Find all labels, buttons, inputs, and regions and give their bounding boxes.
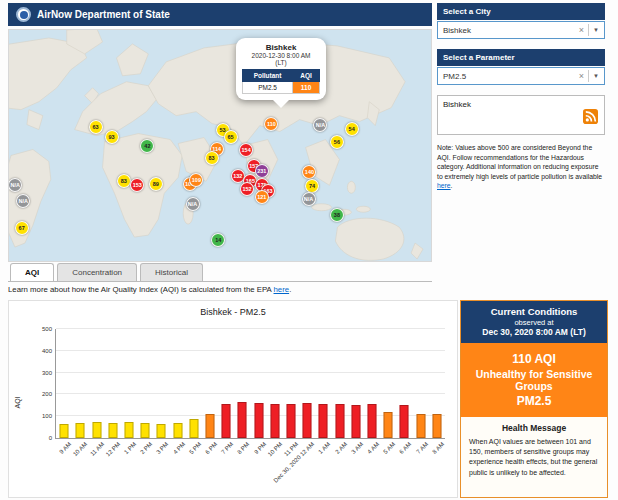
x-tick-label: 3 PM: [155, 441, 169, 455]
chevron-down-icon[interactable]: ▼: [593, 27, 599, 33]
select-divider: [588, 70, 589, 82]
popup-pollutant-header: Pollutant: [243, 70, 293, 82]
current-aqi-category: Unhealthy for Sensitive Groups: [469, 368, 599, 392]
current-conditions-header: Current Conditions observed at Dec 30, 2…: [461, 301, 607, 343]
health-message-title: Health Message: [469, 423, 599, 433]
aqi-marker[interactable]: 154: [239, 143, 253, 157]
aqi-marker[interactable]: N/A: [8, 178, 22, 192]
aqi-marker[interactable]: 67: [15, 221, 29, 235]
aqi-marker[interactable]: 54: [345, 122, 359, 136]
aqi-marker[interactable]: 83: [205, 151, 219, 165]
popup-timezone: (LT): [242, 59, 320, 66]
y-tick-label: 400: [42, 348, 52, 354]
aqi-marker[interactable]: N/A: [302, 192, 316, 206]
aqi-marker[interactable]: 93: [105, 130, 119, 144]
chart-bar: [189, 419, 198, 438]
aqi-marker[interactable]: 109: [189, 173, 203, 187]
x-tick-label: 8 AM: [431, 441, 445, 455]
chart-bar: [92, 422, 101, 438]
current-aqi-value: 110 AQI: [469, 352, 599, 366]
epa-here-link[interactable]: here: [274, 285, 290, 294]
chart-bar: [205, 414, 214, 438]
popup-city: Bishkek: [242, 43, 320, 52]
city-select[interactable]: Bishkek × ▼: [437, 21, 605, 39]
chart-y-axis-label: AQI: [14, 396, 21, 408]
x-tick-label: 7 PM: [220, 441, 234, 455]
aqi-marker[interactable]: 83: [117, 174, 131, 188]
aqi-marker[interactable]: 121: [255, 190, 269, 204]
chart-bar: [173, 423, 182, 438]
sidebar: Select a City Bishkek × ▼ Select a Param…: [437, 3, 605, 191]
chart-bar: [60, 424, 69, 438]
rss-icon[interactable]: [583, 109, 598, 124]
page: AirNow Department of State: [0, 0, 618, 500]
chevron-down-icon[interactable]: ▼: [593, 73, 599, 79]
aqi-marker[interactable]: 65: [224, 130, 238, 144]
aqi-marker[interactable]: 63: [89, 120, 103, 134]
chart-title: Bishkek - PM2.5: [9, 307, 457, 317]
x-tick-label: 10 AM: [72, 441, 88, 457]
chart-bar: [416, 414, 425, 438]
app-title: AirNow Department of State: [37, 9, 170, 20]
aqi-marker[interactable]: 56: [330, 135, 344, 149]
chart-bar: [319, 404, 328, 438]
select-parameter-header: Select a Parameter: [437, 49, 605, 66]
aqi-marker[interactable]: N/A: [16, 194, 30, 208]
aqi-marker[interactable]: 14: [211, 233, 225, 247]
aqi-marker[interactable]: N/A: [186, 197, 200, 211]
y-tick-label: 300: [42, 370, 52, 376]
aqi-marker[interactable]: 152: [240, 182, 254, 196]
rss-feed-city-label: Bishkek: [443, 100, 471, 109]
chart-bar: [108, 423, 117, 438]
parameter-select[interactable]: PM2.5 × ▼: [437, 67, 605, 85]
tab-historical[interactable]: Historical: [140, 263, 203, 281]
gridline: [56, 372, 445, 373]
popup-aqi-value: 110: [293, 82, 320, 94]
chart-bar: [335, 404, 344, 438]
clear-parameter-icon[interactable]: ×: [579, 71, 584, 81]
tab-concentration[interactable]: Concentration: [57, 263, 137, 281]
gridline: [56, 393, 445, 394]
aqi-marker[interactable]: 140: [302, 165, 316, 179]
clear-city-icon[interactable]: ×: [579, 25, 584, 35]
aqi-marker[interactable]: 89: [149, 177, 163, 191]
world-aqi-map[interactable]: N/AN/A6763934283153891081091148353651101…: [8, 29, 432, 262]
current-conditions-title: Current Conditions: [465, 306, 603, 317]
current-aqi-pollutant: PM2.5: [469, 394, 599, 408]
chart-panel: Bishkek - PM2.5 AQI 01002003004005009 AM…: [8, 300, 458, 498]
aqi-marker[interactable]: 110: [264, 117, 278, 131]
view-tabs: AQI Concentration Historical: [8, 263, 432, 282]
chart-plot: 01002003004005009 AM10 AM11 AM12 PM1 PM2…: [55, 329, 445, 439]
y-tick-label: 500: [42, 326, 52, 332]
aqi-marker[interactable]: 231: [255, 164, 269, 178]
select-divider: [588, 24, 589, 36]
aqi-marker[interactable]: 153: [130, 178, 144, 192]
aqi-marker[interactable]: N/A: [313, 118, 327, 132]
current-conditions-panel: Current Conditions observed at Dec 30, 2…: [460, 300, 608, 498]
tab-aqi[interactable]: AQI: [10, 263, 54, 281]
chart-bar: [222, 404, 231, 438]
x-tick-label: 6 AM: [399, 441, 413, 455]
y-tick-label: 0: [49, 435, 52, 441]
popup-datetime: 2020-12-30 8:00 AM: [242, 52, 320, 59]
chart-bar: [270, 404, 279, 438]
x-tick-label: 4 AM: [366, 441, 380, 455]
gridline: [56, 328, 445, 329]
chart-bar: [368, 404, 377, 438]
chart-bar: [124, 422, 133, 438]
x-tick-label: 9 AM: [58, 441, 72, 455]
popup-aqi-table: Pollutant AQI PM2.5 110: [242, 69, 320, 94]
select-city-header: Select a City: [437, 3, 605, 20]
x-tick-label: 8 PM: [236, 441, 250, 455]
chart-bar: [351, 405, 360, 438]
x-tick-label: 5 AM: [383, 441, 397, 455]
aqi-marker[interactable]: 42: [140, 139, 154, 153]
x-tick-label: 1 AM: [318, 441, 332, 455]
x-tick-label: 12 PM: [104, 441, 121, 458]
y-tick-label: 100: [42, 413, 52, 419]
learn-more-line: Learn more about how the Air Quality Ind…: [8, 285, 291, 294]
note-here-link[interactable]: here: [437, 182, 451, 189]
aqi-marker[interactable]: 38: [330, 208, 344, 222]
chart-bar: [238, 402, 247, 438]
city-select-value: Bishkek: [443, 26, 471, 35]
